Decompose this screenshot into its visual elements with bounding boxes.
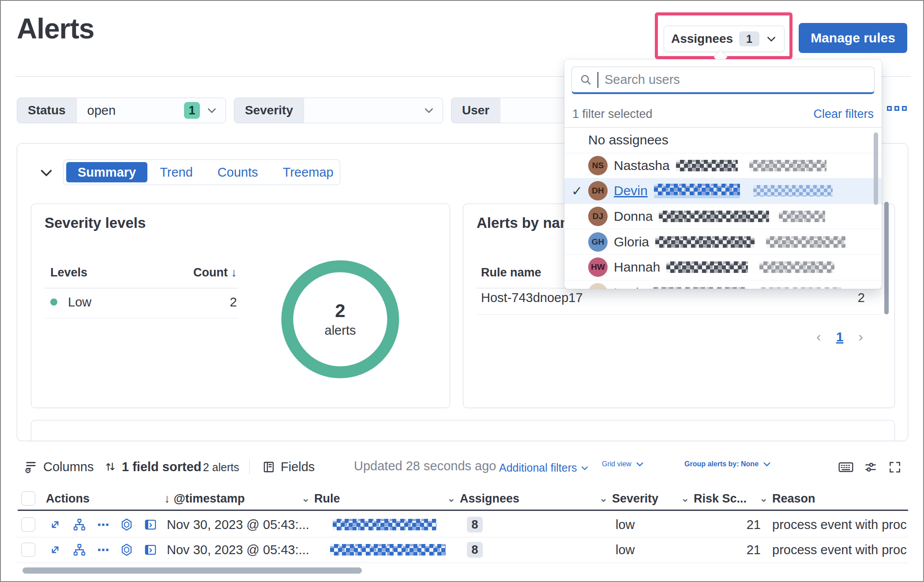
redacted-text (655, 236, 755, 248)
column-header-actions: Actions (41, 492, 164, 506)
page-1[interactable]: 1 (836, 329, 844, 344)
collapse-section-icon[interactable] (38, 165, 54, 181)
option-user-leah[interactable]: LT Leah (564, 280, 882, 289)
assignees-count-badge: 1 (739, 31, 759, 46)
option-user-devin[interactable]: ✓ DH Devin (564, 178, 882, 204)
alert-row[interactable]: Nov 30, 2023 @ 05:43:... 8 low 21 proces… (17, 537, 917, 562)
assignees-button-label: Assignees (671, 32, 733, 46)
analyzer-graph-icon[interactable] (72, 543, 86, 557)
assignees-count-cell[interactable]: 8 (467, 542, 483, 558)
option-no-assignees[interactable]: No assignees (564, 128, 882, 153)
next-page-icon[interactable]: › (858, 329, 863, 345)
column-header-assignees[interactable]: Assignees⌄ (460, 492, 612, 506)
avatar: DJ (588, 207, 608, 226)
popover-scrollbar[interactable] (874, 132, 878, 205)
sort-fields-button[interactable]: 1 field sorted (104, 457, 202, 477)
status-filter-label: Status (17, 98, 77, 123)
column-menu-icon[interactable]: ⌄ (760, 493, 768, 504)
assignees-filter-button[interactable]: Assignees 1 (664, 26, 785, 52)
redacted-text (666, 261, 748, 273)
severity-cell: low (612, 518, 694, 532)
low-severity-dot (50, 299, 57, 306)
column-header-reason: Reason (772, 492, 917, 506)
levels-column-header: Levels (50, 266, 87, 280)
column-header-risk-score[interactable]: Risk Sc...⌄ (694, 492, 772, 506)
expand-alert-icon[interactable] (49, 518, 62, 531)
user-search-field[interactable] (571, 67, 875, 94)
severity-level-label: Low (68, 295, 91, 309)
option-user-gloria[interactable]: GH Gloria (564, 229, 882, 255)
column-menu-icon[interactable]: ⌄ (302, 493, 310, 504)
filter-bar: Status open 1 Severity User (17, 98, 660, 123)
redacted-text (650, 287, 747, 289)
fullscreen-icon[interactable] (888, 460, 902, 476)
count-column-header[interactable]: Count ↓ (180, 266, 237, 280)
manage-rules-button[interactable]: Manage rules (799, 23, 907, 53)
severity-cell: low (612, 543, 694, 557)
row-divider (17, 563, 908, 563)
option-user-nastasha[interactable]: NS Nastasha (564, 153, 882, 179)
fields-button[interactable]: Fields (262, 457, 315, 477)
columns-button[interactable]: Columns (24, 457, 94, 477)
severity-filter[interactable]: Severity (234, 98, 443, 123)
keyboard-shortcuts-icon[interactable] (838, 460, 854, 476)
clear-filters-link[interactable]: Clear filters (813, 107, 874, 121)
column-menu-icon[interactable]: ⌄ (681, 493, 689, 504)
severity-level-count: 2 (180, 295, 237, 310)
reason-cell: process event with proc (772, 543, 917, 557)
panel-scrollbar[interactable] (884, 202, 889, 314)
redacted-text (759, 261, 834, 273)
tab-treemap[interactable]: Treemap (270, 165, 346, 180)
timestamp-cell: Nov 30, 2023 @ 05:43:... (164, 518, 314, 532)
horizontal-scrollbar[interactable] (23, 567, 362, 574)
display-options-icon[interactable] (864, 460, 878, 476)
row-checkbox[interactable] (21, 518, 35, 532)
additional-filters-button[interactable]: Additional filters (499, 461, 589, 474)
prev-page-icon[interactable]: ‹ (816, 329, 821, 345)
expand-alert-icon[interactable] (49, 543, 62, 556)
select-all-checkbox[interactable] (21, 491, 35, 506)
rule-cell-redacted[interactable] (314, 519, 460, 530)
row-checkbox[interactable] (21, 543, 35, 557)
sort-icon (104, 461, 116, 473)
more-actions-icon[interactable] (97, 518, 109, 531)
assignees-list: No assignees NS Nastasha ✓ DH Devin DJ D… (564, 128, 882, 289)
tab-summary[interactable]: Summary (66, 162, 147, 182)
severity-level-row: Low (50, 295, 91, 310)
analyzer-graph-icon[interactable] (72, 518, 86, 532)
session-view-icon[interactable] (144, 518, 157, 531)
rule-cell-redacted[interactable] (314, 544, 460, 556)
assignees-count-cell[interactable]: 8 (467, 517, 483, 533)
option-user-hannah[interactable]: HW Hannah (564, 255, 882, 280)
tab-trend[interactable]: Trend (147, 165, 205, 180)
redacted-text (753, 185, 833, 197)
alert-row[interactable]: Nov 30, 2023 @ 05:43:... 8 low 21 proces… (17, 512, 917, 537)
status-filter-value: open (87, 103, 116, 118)
group-alerts-by-button[interactable]: Group alerts by: None (684, 459, 772, 469)
osquery-icon[interactable] (120, 518, 133, 531)
redacted-text (749, 160, 826, 171)
column-menu-icon[interactable]: ⌄ (447, 493, 455, 504)
more-actions-icon[interactable] (97, 544, 109, 556)
status-filter[interactable]: Status open 1 (17, 98, 226, 123)
check-icon: ✓ (571, 183, 588, 199)
user-filter-label: User (451, 98, 500, 123)
column-header-rule[interactable]: Rule⌄ (314, 492, 460, 506)
column-header-timestamp[interactable]: ↓ @timestamp ⌄ (164, 492, 314, 506)
column-menu-icon[interactable]: ⌄ (600, 493, 608, 504)
search-users-input[interactable] (604, 72, 866, 87)
tab-counts[interactable]: Counts (205, 165, 270, 180)
more-filters-icon[interactable] (887, 106, 907, 111)
columns-icon (24, 460, 38, 474)
avatar: GH (588, 232, 608, 252)
redacted-text (757, 287, 841, 289)
column-header-severity[interactable]: Severity⌄ (612, 492, 694, 506)
updated-timestamp: Updated 28 seconds ago (354, 459, 496, 473)
avatar: HW (588, 257, 608, 277)
option-user-donna[interactable]: DJ Donna (564, 204, 882, 230)
session-view-icon[interactable] (144, 543, 157, 556)
osquery-icon[interactable] (120, 543, 133, 556)
grid-view-button[interactable]: Grid view (602, 459, 645, 469)
fields-icon (262, 460, 275, 473)
page-title: Alerts (17, 12, 94, 45)
